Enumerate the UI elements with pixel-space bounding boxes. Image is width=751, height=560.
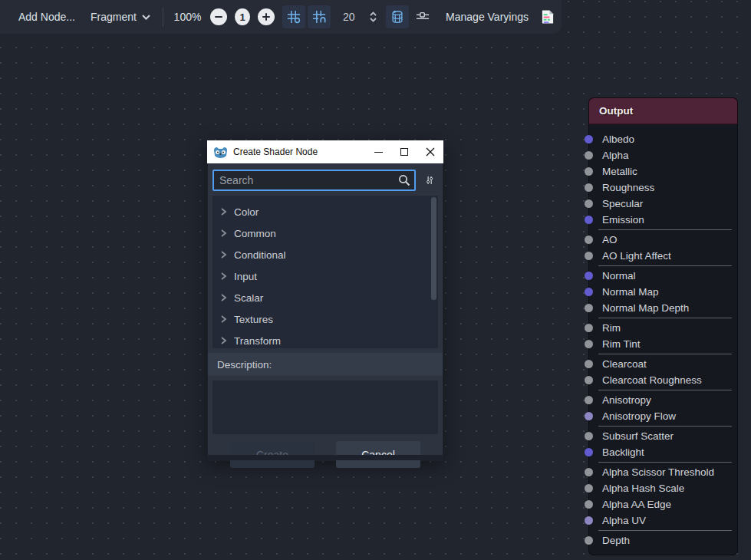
output-port-alpha[interactable]: Alpha — [589, 147, 737, 163]
port-connection-dot[interactable] — [585, 516, 593, 525]
port-connection-dot[interactable] — [585, 151, 593, 160]
output-port-normal-map-depth[interactable]: Normal Map Depth — [589, 300, 737, 316]
port-connection-dot[interactable] — [585, 199, 593, 208]
zoom-level-label: 100% — [174, 11, 202, 23]
category-transform[interactable]: Transform — [212, 330, 438, 348]
shader-code-button[interactable] — [536, 5, 559, 28]
category-common[interactable]: Common — [212, 222, 438, 244]
output-node-header[interactable]: Output — [588, 97, 738, 124]
port-connection-dot[interactable] — [585, 304, 593, 312]
expand-chevron-icon — [220, 229, 227, 238]
spinner-arrows-icon[interactable] — [368, 10, 378, 24]
port-label: Alpha AA Edge — [602, 499, 671, 510]
output-port-rim[interactable]: Rim — [589, 320, 737, 336]
output-port-alpha-scissor-threshold[interactable]: Alpha Scissor Threshold — [589, 464, 737, 480]
port-label: Alpha Hash Scale — [602, 483, 684, 494]
scrollbar-thumb[interactable] — [431, 197, 436, 300]
port-label: Emission — [602, 214, 644, 226]
snap-distance-spinbox[interactable]: 20 — [336, 5, 382, 28]
port-connection-dot[interactable] — [585, 216, 593, 224]
tree-scrollbar[interactable] — [431, 197, 436, 347]
port-group-separator — [598, 354, 732, 354]
port-label: Roughness — [602, 182, 654, 193]
output-port-emission[interactable]: Emission — [589, 212, 737, 228]
port-group-separator — [598, 318, 732, 318]
port-connection-dot[interactable] — [585, 167, 593, 176]
search-input[interactable] — [212, 170, 416, 191]
output-port-clearcoat[interactable]: Clearcoat — [589, 356, 737, 372]
port-connection-dot[interactable] — [585, 500, 593, 509]
port-connection-dot[interactable] — [585, 340, 593, 348]
port-connection-dot[interactable] — [585, 376, 593, 384]
node-category-tree: ColorCommonConditionalInputScalarTexture… — [212, 196, 438, 348]
output-port-alpha-uv[interactable]: Alpha UV — [589, 512, 737, 529]
port-label: Specular — [602, 198, 643, 209]
zoom-reset-button[interactable]: 1 — [235, 8, 249, 25]
output-port-rim-tint[interactable]: Rim Tint — [589, 336, 737, 352]
port-connection-dot[interactable] — [585, 432, 593, 440]
output-port-normal-map[interactable]: Normal Map — [589, 284, 737, 300]
zoom-in-button[interactable] — [258, 8, 275, 25]
port-connection-dot[interactable] — [585, 135, 593, 143]
port-connection-dot[interactable] — [585, 236, 593, 244]
port-connection-dot[interactable] — [585, 468, 593, 476]
output-port-alpha-hash-scale[interactable]: Alpha Hash Scale — [589, 480, 737, 496]
port-connection-dot[interactable] — [585, 484, 593, 492]
preview-options-button[interactable] — [411, 5, 434, 28]
manage-varyings-button[interactable]: Manage Varyings — [441, 6, 533, 28]
port-connection-dot[interactable] — [585, 448, 593, 456]
port-group-separator — [598, 265, 732, 266]
grid-snap-magnet-icon — [312, 9, 326, 25]
output-node[interactable]: Output AlbedoAlphaMetallicRoughnessSpecu… — [588, 97, 738, 555]
toolbar-separator — [163, 7, 163, 27]
output-port-ao-light-affect[interactable]: AO Light Affect — [589, 248, 737, 264]
material-preview-toggle-button[interactable] — [386, 5, 409, 28]
output-port-alpha-aa-edge[interactable]: Alpha AA Edge — [589, 496, 737, 512]
minimize-button[interactable] — [365, 140, 391, 163]
output-port-roughness[interactable]: Roughness — [589, 180, 737, 196]
category-scalar[interactable]: Scalar — [212, 287, 438, 308]
category-label: Transform — [234, 335, 281, 347]
close-icon — [426, 147, 435, 156]
toggle-snap-button[interactable] — [308, 5, 331, 28]
shader-stage-dropdown[interactable]: Fragment — [86, 6, 155, 28]
port-connection-dot[interactable] — [585, 536, 593, 545]
output-port-ao[interactable]: AO — [589, 232, 737, 248]
port-connection-dot[interactable] — [585, 272, 593, 280]
dialog-titlebar[interactable]: Create Shader Node — [207, 140, 443, 163]
category-label: Scalar — [234, 292, 263, 304]
close-button[interactable] — [417, 140, 443, 163]
output-port-depth[interactable]: Depth — [589, 532, 737, 548]
port-connection-dot[interactable] — [585, 360, 593, 368]
output-port-anisotropy-flow[interactable]: Anisotropy Flow — [589, 408, 737, 424]
output-port-specular[interactable]: Specular — [589, 196, 737, 212]
toggle-grid-button[interactable] — [282, 5, 305, 28]
output-port-albedo[interactable]: Albedo — [589, 131, 737, 147]
port-connection-dot[interactable] — [585, 288, 593, 296]
category-color[interactable]: Color — [212, 201, 438, 222]
port-connection-dot[interactable] — [585, 324, 593, 332]
filter-options-button[interactable] — [421, 170, 438, 190]
output-node-title: Output — [599, 105, 633, 117]
output-port-normal[interactable]: Normal — [589, 268, 737, 284]
output-port-metallic[interactable]: Metallic — [589, 163, 737, 180]
zoom-out-button[interactable] — [210, 8, 227, 25]
port-connection-dot[interactable] — [585, 396, 593, 404]
output-port-subsurf-scatter[interactable]: Subsurf Scatter — [589, 428, 737, 444]
category-textures[interactable]: Textures — [212, 308, 438, 330]
category-input[interactable]: Input — [212, 265, 438, 287]
port-group-separator — [598, 530, 732, 531]
dialog-body: ColorCommonConditionalInputScalarTexture… — [207, 163, 443, 461]
port-connection-dot[interactable] — [585, 183, 593, 192]
output-port-backlight[interactable]: Backlight — [589, 444, 737, 460]
port-label: Rim — [602, 322, 621, 334]
port-group-separator — [598, 426, 732, 427]
output-port-anisotropy[interactable]: Anisotropy — [589, 392, 737, 408]
category-conditional[interactable]: Conditional — [212, 244, 438, 265]
add-node-button[interactable]: Add Node... — [14, 6, 80, 28]
dialog-resize-edge[interactable] — [208, 455, 443, 460]
maximize-button[interactable] — [391, 140, 417, 163]
port-connection-dot[interactable] — [585, 252, 593, 260]
output-port-clearcoat-roughness[interactable]: Clearcoat Roughness — [589, 372, 737, 388]
port-connection-dot[interactable] — [585, 412, 593, 420]
